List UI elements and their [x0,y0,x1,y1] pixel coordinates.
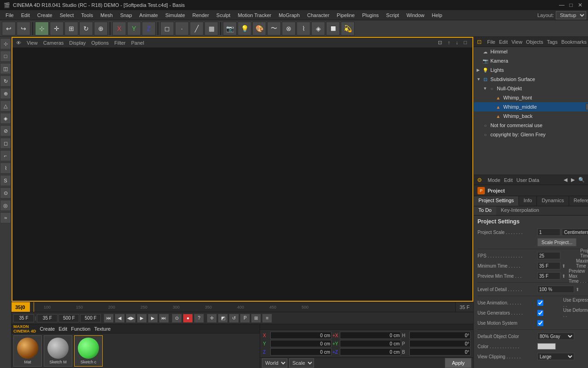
world-dropdown[interactable]: World [262,358,287,368]
lod-stepper[interactable]: ⬆ [576,287,579,292]
menu-pipeline[interactable]: Pipeline [333,12,358,19]
maximize-button[interactable]: □ [567,1,575,9]
attrs-menu-userdata[interactable]: User Data [515,177,541,183]
next-frame-button[interactable]: ▶ [148,314,158,323]
left-btn-1[interactable]: ⊹ [0,38,11,49]
texture-tool[interactable]: 🎨 [252,22,266,35]
om-row-not-commercial[interactable]: ○ Not for commercial use [474,121,588,130]
om-menu-file[interactable]: File [486,39,497,45]
left-btn-15[interactable]: ≈ [0,212,11,223]
menu-help[interactable]: Help [428,12,446,19]
project-scale-unit[interactable]: Centimeters [562,228,588,236]
view-btn-1[interactable]: ⊡ [436,40,444,46]
left-btn-10[interactable]: ⌐ [0,150,11,161]
attrs-search-icon[interactable]: 🔍 [577,177,586,183]
menu-script[interactable]: Script [383,12,403,19]
left-btn-4[interactable]: ↻ [0,76,11,87]
subtab-todo[interactable]: To Do [474,206,496,215]
menu-window[interactable]: Window [403,12,428,19]
om-row-whimp-back[interactable]: ▲ Whimp_back ⊞ ● [474,111,588,121]
left-btn-9[interactable]: ◻ [0,138,11,149]
om-menu-bookmarks[interactable]: Bookmarks [560,39,588,45]
left-btn-3[interactable]: ◫ [0,63,11,74]
layout-key-button[interactable]: ⊞ [251,314,261,323]
menu-character[interactable]: Character [303,12,333,19]
object-mode[interactable]: ◻ [160,22,174,35]
om-row-himmel[interactable]: ☁ Himmel [474,47,588,56]
z-axis-button[interactable]: Z [142,22,156,35]
move-key-button[interactable]: ✛ [207,314,217,323]
end-frame-input[interactable] [58,314,79,322]
mat-menu-function[interactable]: Function [71,326,90,332]
tab-dynamics[interactable]: Dynamics [537,196,569,206]
menu-sculpt[interactable]: Sculpt [213,12,234,19]
scale-tool[interactable]: ⊞ [64,22,78,35]
render-preview[interactable]: 🔲 [326,22,340,35]
view-menu-panel[interactable]: Panel [129,40,146,46]
morph-tool[interactable]: ◈ [311,22,325,35]
preview-min-stepper[interactable]: ⬆ [562,274,565,279]
poly-mode[interactable]: ▦ [204,22,218,35]
menu-plugins[interactable]: Plugins [358,12,382,19]
timeline-view-button[interactable]: ≡ [262,314,272,323]
b-input[interactable] [409,348,471,356]
menu-render[interactable]: Render [189,12,213,19]
left-btn-6[interactable]: △ [0,100,11,111]
default-obj-color-dropdown[interactable]: 80% Gray [537,333,574,340]
play-button[interactable]: ▶ [137,314,147,323]
left-btn-14[interactable]: ◎ [0,200,11,211]
view-clipping-dropdown[interactable]: Large [537,353,574,360]
view-btn-4[interactable]: □ [462,40,469,46]
redo-button[interactable]: ↪ [17,22,30,35]
view-menu-view[interactable]: View [25,40,40,46]
scale-dropdown[interactable]: Scale [289,358,314,368]
attrs-nav-fwd[interactable]: ▶ [570,177,576,183]
om-row-kamera[interactable]: 📷 Kamera [474,56,588,65]
left-btn-8[interactable]: ⊘ [0,125,11,136]
color-swatch[interactable] [537,343,556,350]
p-input[interactable] [409,340,471,347]
use-motion-checkbox[interactable] [537,320,543,326]
om-menu-edit[interactable]: Edit [498,39,509,45]
view-menu-filter[interactable]: Filter [112,40,127,46]
keyframe-button[interactable]: ⊙ [172,314,182,323]
lod-input[interactable] [537,286,574,293]
loop-button[interactable]: ↺ [229,314,239,323]
material-mat[interactable]: Mat [13,335,42,367]
om-menu-objects[interactable]: Objects [524,39,544,45]
z-pos-input[interactable] [270,348,332,356]
min-time-stepper[interactable]: ⬆ [562,263,565,269]
edge-mode[interactable]: ╱ [190,22,204,35]
y-size-input[interactable] [340,340,401,347]
go-start-button[interactable]: ⏮ [104,314,114,323]
free-tool[interactable]: ⊕ [94,22,108,35]
menu-animate[interactable]: Animate [136,12,162,19]
record-button[interactable]: ● [183,314,193,323]
mat-menu-create[interactable]: Create [40,326,55,332]
material-sketch-m[interactable]: Sketch M [44,335,72,367]
attrs-nav-back[interactable]: ◀ [562,177,569,183]
menu-mograph[interactable]: MoGraph [275,12,303,19]
select-tool[interactable]: ⊹ [35,22,49,35]
view-btn-3[interactable]: ↓ [454,40,460,46]
om-row-copyright[interactable]: ○ copyright by: Glenn Frey [474,130,588,139]
material-sketch-c[interactable]: Sketch c [74,335,103,367]
tab-referenzierung[interactable]: Referenzierung [569,196,588,206]
render-btn[interactable]: 💫 [341,22,355,35]
menu-mesh[interactable]: Mesh [97,12,116,19]
om-row-lights[interactable]: ▶ 💡 Lights [474,65,588,75]
view-menu-display[interactable]: Display [67,40,87,46]
play-reverse-button[interactable]: ◀▶ [126,314,136,323]
close-button[interactable]: ✕ [576,1,584,9]
tab-project-settings[interactable]: Project Settings [474,196,519,206]
left-btn-2[interactable]: □ [0,51,11,62]
x-size-input[interactable] [340,332,401,339]
menu-file[interactable]: File [2,12,17,19]
mat-menu-edit[interactable]: Edit [58,326,67,332]
view-menu-options[interactable]: Options [89,40,111,46]
help-button[interactable]: ? [194,314,204,323]
y-axis-button[interactable]: Y [127,22,141,35]
menu-snap[interactable]: Snap [116,12,136,19]
left-btn-5[interactable]: ⊕ [0,88,11,99]
attrs-menu-mode[interactable]: Mode [486,177,502,183]
